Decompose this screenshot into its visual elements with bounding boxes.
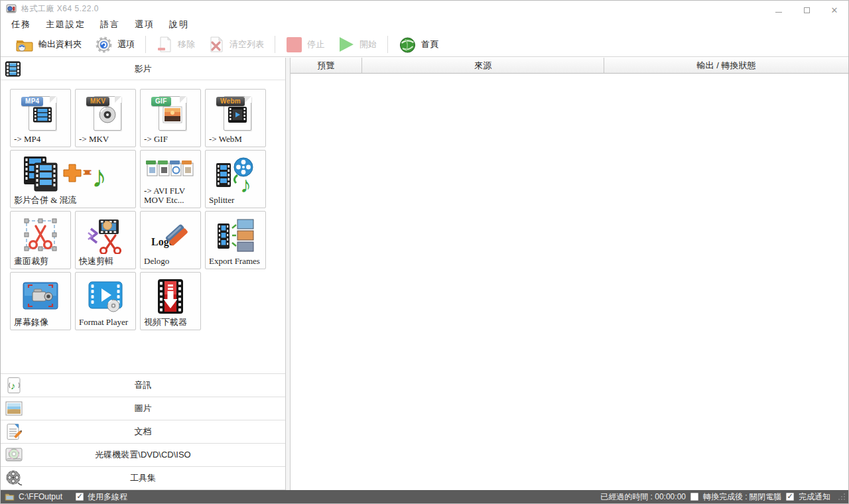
category-label: 圖片 [1,403,285,414]
resize-grip[interactable] [838,493,846,501]
clear-list-label: 清空列表 [229,38,264,50]
delogo-eraser-icon: Logo [141,212,200,257]
category-label: 光碟機裝置\DVD\CD\ISO [1,449,285,461]
document-icon [5,423,23,440]
category-list: ♪ 音訊 [1,373,285,490]
video-downloader-icon [141,273,200,318]
menu-bar: 任務 主題設定 語言 選項 說明 [1,17,848,32]
remove-label: 移除 [178,38,195,50]
tile-label: -> AVI FLV MOV Etc... [141,186,200,208]
video-tools-grid: MP4 -> MP4 [10,89,266,330]
home-label: 首頁 [421,38,438,50]
mkv-badge: MKV [86,97,109,106]
gif-badge: GIF [151,97,171,106]
toolbar-separator [387,36,388,53]
task-list-body[interactable] [291,74,848,490]
gif-file-icon: GIF [141,90,200,135]
menu-language[interactable]: 語言 [100,19,120,31]
category-video-header[interactable]: 影片 [1,58,285,80]
output-folder-button[interactable]: 輸出資料夾 [9,34,88,54]
remove-button[interactable]: 移除 [150,34,202,54]
tile-to-webm[interactable]: Webm -> WebM [205,89,266,147]
notify-checkbox[interactable] [786,493,794,501]
tile-to-mkv[interactable]: MKV -> MKV [75,89,136,147]
home-button[interactable]: 首頁 [392,34,445,54]
sidebar: 影片 MP4 [1,58,286,490]
tile-format-player[interactable]: Format Player [75,272,136,330]
elapsed-time: 已經過的時間 : 00:00:00 [600,491,686,503]
toolbar-separator [145,36,146,53]
tile-quick-clip[interactable]: 快速剪輯 [75,211,136,269]
tile-label: -> MP4 [11,135,70,147]
column-source[interactable]: 來源 [362,58,604,74]
task-list-header: 預覽 來源 輸出 / 轉換狀態 [291,58,848,74]
menu-tasks[interactable]: 任務 [11,19,31,31]
category-disc[interactable]: 光碟機裝置\DVD\CD\ISO [1,444,285,467]
category-label: 文档 [1,426,285,438]
category-picture[interactable]: 圖片 [1,397,285,420]
tile-splitter[interactable]: ♪ Splitter [205,150,266,208]
picture-icon [5,401,23,416]
toolset-reel-icon [5,470,23,487]
svg-text:♪: ♪ [240,172,251,194]
output-path[interactable]: C:\FFOutput [19,492,62,501]
tile-crop[interactable]: 畫面裁剪 [10,211,71,269]
stop-label: 停止 [307,38,324,50]
tile-export-frames[interactable]: Export Frames [205,211,266,269]
stop-icon [286,36,302,53]
multithread-checkbox[interactable] [76,493,84,501]
svg-text:♪: ♪ [11,380,16,391]
start-button[interactable]: 開始 [331,34,383,54]
tile-merge-mux[interactable]: 𝄺 ♪ 影片合併 & 混流 [10,150,136,208]
clear-list-button[interactable]: 清空列表 [202,34,271,54]
toolbar-separator [275,36,275,53]
splitter-icon: ♪ [206,151,265,196]
tile-label: -> GIF [141,135,200,147]
category-audio[interactable]: ♪ 音訊 [1,374,285,397]
main-area: 影片 MP4 [1,58,848,490]
home-globe-icon [399,36,417,54]
tile-label: -> WebM [206,135,265,147]
minimize-icon [775,12,782,13]
options-button[interactable]: 選項 [88,34,141,54]
audio-note-icon: ♪ [5,377,23,394]
shutdown-label: 轉換完成後 : 關閉電腦 [703,491,781,503]
category-label: 音訊 [1,379,285,391]
category-video-label: 影片 [1,63,285,75]
tile-label: 視頻下載器 [141,318,200,330]
menu-options[interactable]: 選項 [135,19,155,31]
tile-to-mp4[interactable]: MP4 -> MP4 [10,89,71,147]
tile-label: -> MKV [76,135,135,147]
tile-to-avi-flv-mov[interactable]: -> AVI FLV MOV Etc... [140,150,201,208]
close-icon: ✕ [831,6,838,15]
webm-file-icon: Webm [206,90,265,135]
category-document[interactable]: 文档 [1,420,285,444]
stop-button[interactable]: 停止 [279,34,331,54]
app-icon [6,3,17,14]
output-path-folder-icon [5,493,15,501]
format-player-icon [76,273,135,318]
shutdown-checkbox[interactable] [690,493,698,501]
menu-theme-settings[interactable]: 主題設定 [46,19,86,31]
multithread-label: 使用多線程 [88,491,127,503]
screen-record-icon [11,273,70,318]
menu-help[interactable]: 說明 [169,19,189,31]
column-output-status[interactable]: 輸出 / 轉換狀態 [604,58,848,74]
tile-label: Delogo [141,257,200,269]
export-frames-icon [206,212,265,257]
film-strip-icon [5,60,21,77]
disc-drive-icon [5,447,23,463]
tile-delogo[interactable]: Logo Delogo [140,211,201,269]
webm-badge: Webm [216,97,245,106]
category-toolset[interactable]: 工具集 [1,467,285,490]
tile-to-gif[interactable]: GIF -> GIF [140,89,201,147]
category-label: 工具集 [1,472,285,484]
column-preview[interactable]: 預覽 [291,58,362,74]
tile-screen-record[interactable]: 屏幕錄像 [10,272,71,330]
mp4-badge: MP4 [21,97,43,106]
app-window: 格式工廠 X64 5.22.0 ✕ 任務 主題設定 語言 選項 說明 輸出資料夾 [0,0,849,504]
merge-mux-icon: 𝄺 ♪ [11,151,135,196]
tile-video-downloader[interactable]: 視頻下載器 [140,272,201,330]
output-folder-icon [15,37,34,52]
tile-label: 屏幕錄像 [11,318,70,330]
